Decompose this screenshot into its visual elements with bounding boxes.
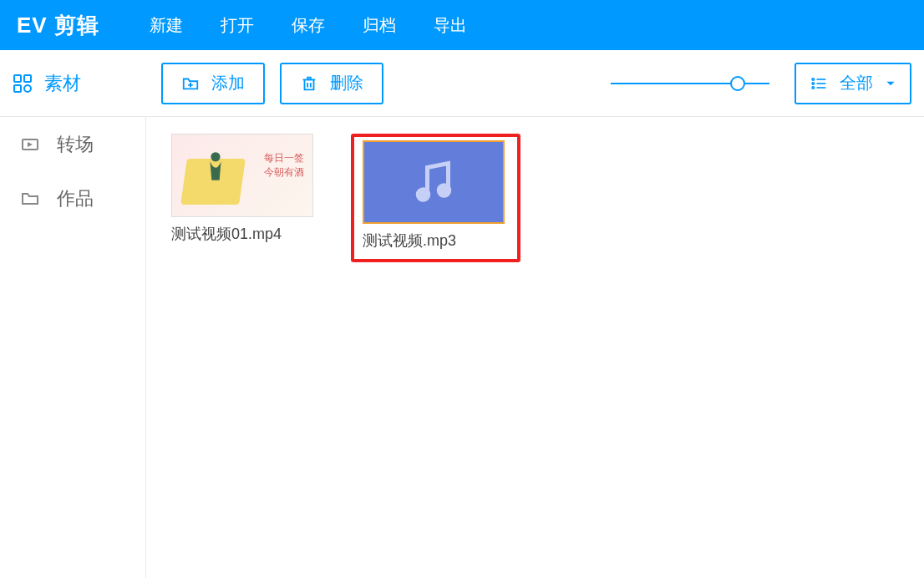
thumb-illustration-icon <box>204 150 227 183</box>
menu-archive[interactable]: 归档 <box>363 14 396 37</box>
grid-icon <box>13 74 33 94</box>
top-menu-bar: EV 剪辑 新建 打开 保存 归档 导出 <box>0 0 924 50</box>
app-title: EV 剪辑 <box>17 11 99 40</box>
music-note-icon <box>409 157 459 207</box>
trash-icon <box>300 74 318 93</box>
sidebar-item-works[interactable]: 作品 <box>0 171 145 226</box>
delete-button[interactable]: 删除 <box>280 63 383 104</box>
toolbar: 素材 添加 删除 全部 <box>0 50 924 117</box>
svg-point-12 <box>812 86 815 89</box>
add-folder-icon <box>181 74 200 93</box>
svg-point-16 <box>418 190 429 200</box>
asset-grid: 每日一签今朝有酒 测试视频01.mp4 测试视频.mp3 <box>146 117 924 578</box>
folder-icon <box>20 189 40 209</box>
highlighted-asset-box: 测试视频.mp3 <box>351 134 520 262</box>
menu-save[interactable]: 保存 <box>292 14 325 37</box>
chevron-down-icon <box>885 78 896 89</box>
sidebar: 转场 作品 <box>0 117 146 578</box>
svg-rect-2 <box>14 85 21 92</box>
svg-point-10 <box>812 82 815 84</box>
asset-item-video[interactable]: 每日一签今朝有酒 测试视频01.mp4 <box>171 134 317 244</box>
thumb-overlay-text: 每日一签今朝有酒 <box>264 151 304 180</box>
svg-point-3 <box>24 85 31 92</box>
sidebar-item-label: 转场 <box>57 132 94 157</box>
tab-material[interactable]: 素材 <box>13 71 146 96</box>
filter-dropdown[interactable]: 全部 <box>795 63 911 104</box>
svg-rect-1 <box>24 75 31 82</box>
svg-point-15 <box>211 152 220 161</box>
transition-icon <box>20 134 40 155</box>
list-icon <box>810 75 828 92</box>
menu-export[interactable]: 导出 <box>434 14 467 37</box>
menu-new[interactable]: 新建 <box>150 14 183 37</box>
sidebar-item-label: 作品 <box>57 186 94 211</box>
filter-selected-label: 全部 <box>840 72 873 94</box>
body-area: 转场 作品 每日一签今朝有酒 测试视频01.mp4 <box>0 117 924 578</box>
svg-point-8 <box>812 78 815 80</box>
asset-thumbnail: 每日一签今朝有酒 <box>171 134 313 217</box>
asset-item-audio[interactable]: 测试视频.mp3 <box>363 140 509 251</box>
svg-point-17 <box>439 185 449 196</box>
menu-open[interactable]: 打开 <box>221 14 254 37</box>
add-button-label: 添加 <box>211 72 245 94</box>
svg-rect-0 <box>14 75 21 82</box>
slider-thumb[interactable] <box>730 76 745 91</box>
asset-filename: 测试视频.mp3 <box>363 231 509 251</box>
add-button[interactable]: 添加 <box>161 63 265 104</box>
sidebar-item-transition[interactable]: 转场 <box>0 117 145 171</box>
delete-button-label: 删除 <box>330 72 363 94</box>
tab-material-label: 素材 <box>44 71 81 96</box>
zoom-slider[interactable] <box>611 83 769 84</box>
asset-filename: 测试视频01.mp4 <box>171 224 317 244</box>
asset-thumbnail-audio <box>363 140 505 224</box>
